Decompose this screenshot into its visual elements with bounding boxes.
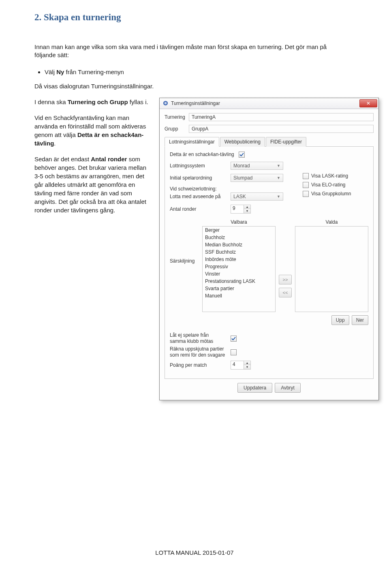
move-left-button[interactable]: <<	[279, 288, 292, 297]
poang-spinner[interactable]: 4 ▲ ▼	[231, 361, 251, 370]
valda-list[interactable]	[295, 226, 368, 312]
chevron-up-icon[interactable]: ▲	[244, 361, 250, 366]
lottningssystem-value: Monrad	[233, 163, 250, 169]
valda-head: Valda	[295, 219, 368, 225]
list-item[interactable]: Inbördes möte	[203, 256, 275, 263]
lottningssystem-dropdown[interactable]: Monrad ▼	[231, 162, 283, 170]
tab-fide[interactable]: FIDE-uppgifter	[266, 137, 306, 147]
dialog-titlebar: Turneringsinställningar ✕	[160, 98, 378, 109]
rakna-label-2: som remi för den svagare	[170, 352, 231, 358]
list-item[interactable]: Progressiv	[203, 263, 275, 270]
spinner-buttons[interactable]: ▲ ▼	[244, 361, 250, 369]
list-item[interactable]: Median Buchholz	[203, 241, 275, 248]
latej-label-2: samma klubb mötas	[170, 338, 231, 344]
bullet-pre: Välj	[45, 68, 56, 75]
davisas-paragraph: Då visas dialogrutan Turneringsinställni…	[34, 82, 373, 90]
valbara-list[interactable]: Berger Buchholz Median Buchholz SSF Buch…	[202, 226, 276, 312]
close-button[interactable]: ✕	[359, 99, 377, 107]
grupp-input[interactable]	[189, 125, 374, 133]
viden-paragraph: Vid en Schackfyrantävling kan man använd…	[34, 113, 152, 148]
poang-value: 4	[231, 361, 244, 369]
visa-elo-label: Visa ELO-rating	[311, 182, 346, 188]
antal-value: 9	[231, 205, 244, 213]
sedan-bold: Antal ronder	[91, 156, 127, 163]
lotta-value: LASK	[233, 194, 246, 199]
spinner-buttons[interactable]: ▲ ▼	[244, 205, 250, 213]
lotta-label: Lotta med avseende på	[170, 194, 231, 199]
chevron-down-icon: ▼	[277, 176, 280, 180]
uppdatera-button[interactable]: Uppdatera	[237, 383, 272, 393]
grupp-label: Grupp	[165, 126, 189, 132]
bullet-bold: Ny	[56, 68, 64, 75]
turnering-label: Turnering	[165, 114, 189, 120]
tab-content-lottning: Detta är en schack4an-tävling Lottningss…	[165, 147, 374, 379]
lotta-dropdown[interactable]: LASK ▼	[231, 192, 283, 201]
bullet-post: från Turnering-menyn	[64, 68, 124, 75]
visa-elo-check[interactable]: Visa ELO-rating	[303, 182, 368, 188]
sedan-post: som behöver anges. Det brukar variera me…	[34, 156, 146, 214]
idenna-pre: I denna ska	[34, 98, 68, 105]
bullet-item: Välj Ny från Turnering-menyn	[45, 68, 373, 75]
list-item[interactable]: Manuell	[203, 292, 275, 299]
list-item[interactable]: SSF Buchholz	[203, 248, 275, 256]
chevron-down-icon[interactable]: ▼	[244, 365, 250, 369]
lottningssystem-label: Lottningssystem	[170, 163, 231, 169]
ner-button[interactable]: Ner	[352, 315, 368, 325]
chevron-down-icon[interactable]: ▼	[244, 209, 250, 213]
upp-button[interactable]: Upp	[331, 315, 349, 325]
dialog-turneringsinstallningar: Turneringsinställningar ✕ Turnering Grup…	[159, 98, 379, 400]
list-item[interactable]: Prestationsrating LASK	[203, 278, 275, 285]
chevron-up-icon[interactable]: ▲	[244, 205, 250, 210]
initial-value: Slumpad	[233, 175, 252, 181]
visa-lask-label: Visa LASK-rating	[311, 173, 348, 179]
tabs-strip: Lottningsinställningar Webbpublicering F…	[165, 137, 374, 147]
chevron-down-icon: ▼	[277, 195, 280, 199]
visa-lask-check[interactable]: Visa LASK-rating	[303, 173, 368, 179]
antal-label: Antal ronder	[170, 206, 231, 212]
idenna-paragraph: I denna ska Turnering och Grupp fyllas i…	[34, 98, 152, 106]
viden-post: .	[54, 140, 56, 147]
section-heading: 2. Skapa en turnering	[34, 12, 373, 23]
chevron-down-icon: ▼	[277, 164, 280, 168]
close-icon: ✕	[366, 100, 370, 106]
dialog-action-row: Uppdatera Avbryt	[165, 379, 374, 395]
sedan-pre: Sedan är det endast	[34, 156, 91, 163]
antal-spinner[interactable]: 9 ▲ ▼	[231, 205, 251, 214]
poang-label: Poäng per match	[170, 362, 231, 368]
idenna-post: fyllas i.	[128, 98, 148, 105]
list-item[interactable]: Berger	[203, 227, 275, 234]
rakna-label-1: Räkna uppskjutna partier	[170, 346, 231, 352]
turnering-input[interactable]	[189, 113, 374, 121]
schack4an-label: Detta är en schack4an-tävling	[170, 152, 239, 157]
valbara-head: Valbara	[202, 219, 276, 225]
list-item[interactable]: Vinster	[203, 270, 275, 278]
schweizer-label: Vid schweizerlottning:	[170, 186, 231, 192]
initial-label: Initial spelarordning	[170, 175, 231, 181]
list-item[interactable]: Svarta partier	[203, 285, 275, 292]
sedan-paragraph: Sedan är det endast Antal ronder som beh…	[34, 155, 152, 214]
intro-paragraph: Innan man kan ange vilka som ska vara me…	[34, 43, 334, 60]
initial-dropdown[interactable]: Slumpad ▼	[231, 174, 283, 182]
schack4an-checkbox[interactable]	[239, 152, 245, 158]
instruction-bullets: Välj Ny från Turnering-menyn	[34, 68, 373, 75]
visa-grupp-check[interactable]: Visa Gruppkolumn	[303, 191, 368, 197]
latej-checkbox[interactable]	[231, 336, 237, 342]
app-icon	[162, 100, 169, 106]
dialog-title: Turneringsinställningar	[171, 100, 359, 106]
tab-lottning[interactable]: Lottningsinställningar	[165, 137, 219, 147]
sarskiljning-label: Särskiljning	[170, 218, 198, 325]
list-item[interactable]: Buchholz	[203, 234, 275, 241]
tab-webb[interactable]: Webbpublicering	[220, 137, 265, 147]
latej-label-1: Låt ej spelare från	[170, 332, 231, 338]
page-footer: LOTTA MANUAL 2015-01-07	[0, 549, 389, 556]
avbryt-button[interactable]: Avbryt	[275, 383, 301, 393]
visa-grupp-label: Visa Gruppkolumn	[311, 191, 351, 197]
svg-point-1	[165, 102, 167, 105]
move-right-button[interactable]: >>	[279, 275, 292, 284]
idenna-bold: Turnering och Grupp	[68, 98, 128, 105]
rakna-checkbox[interactable]	[231, 349, 237, 355]
